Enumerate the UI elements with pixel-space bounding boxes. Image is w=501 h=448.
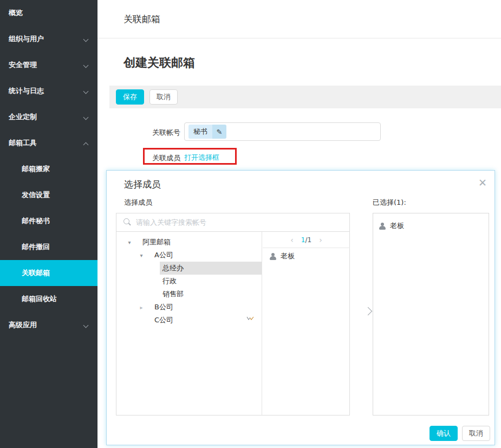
sidebar-subitem-send-settings[interactable]: 发信设置 xyxy=(0,182,97,208)
member-picker-modal: 选择成员 ✕ 选择成员 已选择(1): ▾阿里邮箱 ▾A公司 总经办 行政 xyxy=(106,170,495,445)
selected-count-label: 已选择(1): xyxy=(373,198,406,207)
chevron-down-icon xyxy=(83,89,89,94)
selected-member-name: 老板 xyxy=(390,221,404,231)
sidebar-item-mailbox-tools[interactable]: 邮箱工具 xyxy=(0,130,97,156)
selected-members-panel: 老板 xyxy=(373,213,489,415)
sidebar-item-label: 安全管理 xyxy=(9,61,37,69)
person-icon xyxy=(269,253,276,260)
page-indicator: 1/1 xyxy=(301,236,311,244)
picker-label: 选择成员 xyxy=(124,198,152,207)
sidebar-subitem-mailbox-migration[interactable]: 邮箱搬家 xyxy=(0,156,97,182)
account-tag: 秘书 ✎ xyxy=(188,125,226,139)
sidebar-item-label: 统计与日志 xyxy=(9,87,44,95)
tree-node-label: C公司 xyxy=(154,316,173,324)
chevron-down-icon xyxy=(83,37,89,42)
sidebar-item-label: 邮件秘书 xyxy=(22,217,50,225)
transfer-right-icon[interactable] xyxy=(364,307,373,316)
sidebar-item-advanced-apps[interactable]: 高级应用 xyxy=(0,312,97,338)
chevron-down-icon xyxy=(83,323,89,328)
sidebar-subitem-mail-secretary[interactable]: 邮件秘书 xyxy=(0,208,97,234)
account-tag-label: 秘书 xyxy=(188,125,212,139)
account-field-label: 关联帐号 xyxy=(123,128,180,138)
account-input[interactable]: 秘书 ✎ xyxy=(184,122,381,141)
sidebar: 概览 组织与用户 安全管理 统计与日志 企业定制 邮箱工具 邮箱搬家 发信设置 xyxy=(0,0,97,448)
next-page-icon[interactable]: › xyxy=(319,236,322,244)
sidebar-item-label: 邮箱搬家 xyxy=(22,165,50,173)
sidebar-item-label: 企业定制 xyxy=(9,113,37,121)
sidebar-item-label: 概览 xyxy=(9,9,23,17)
red-annotation-box xyxy=(143,148,237,165)
sidebar-item-label: 发信设置 xyxy=(22,191,50,199)
modal-title: 选择成员 xyxy=(124,178,161,191)
modal-actions: 确认 取消 xyxy=(430,426,490,441)
sidebar-item-label: 邮箱工具 xyxy=(9,139,37,147)
sidebar-item-enterprise-custom[interactable]: 企业定制 xyxy=(0,104,97,130)
member-pagination: ‹ 1/1 › xyxy=(263,232,350,248)
page-header: 关联邮箱 xyxy=(97,0,501,38)
tree-node-label: A公司 xyxy=(154,251,173,259)
member-list-panel: ‹ 1/1 › 老板 xyxy=(263,232,350,415)
tree-node-sales[interactable]: 销售部 xyxy=(116,288,262,301)
prev-page-icon[interactable]: ‹ xyxy=(290,236,294,244)
sidebar-subitem-associated-mailbox[interactable]: 关联邮箱 xyxy=(0,260,97,286)
chevron-up-icon xyxy=(83,142,89,148)
member-name: 老板 xyxy=(281,251,295,261)
person-icon xyxy=(379,223,386,230)
sidebar-item-org-users[interactable]: 组织与用户 xyxy=(0,26,97,52)
sidebar-item-label: 组织与用户 xyxy=(9,35,44,43)
tree-node-label: 阿里邮箱 xyxy=(142,238,171,246)
form-toolbar: 保存 取消 xyxy=(109,86,501,108)
member-list-item[interactable]: 老板 xyxy=(263,248,350,264)
confirm-button[interactable]: 确认 xyxy=(430,426,458,441)
edit-pencil-icon[interactable]: ✎ xyxy=(212,125,226,139)
org-tree: ▾阿里邮箱 ▾A公司 总经办 行政 销售部 ▸B公司 C公司 xyxy=(116,232,262,415)
org-tree-panel: ▾阿里邮箱 ▾A公司 总经办 行政 销售部 ▸B公司 C公司 xyxy=(116,232,350,415)
modal-cancel-button[interactable]: 取消 xyxy=(462,426,490,441)
cancel-button[interactable]: 取消 xyxy=(149,89,178,105)
tree-node-label: 销售部 xyxy=(162,290,184,298)
cursor-artifact-icon xyxy=(246,316,254,321)
sidebar-item-label: 高级应用 xyxy=(9,321,37,329)
total-pages: /1 xyxy=(305,236,311,244)
tree-node-company-b[interactable]: ▸B公司 xyxy=(116,301,262,314)
tree-node-label: 行政 xyxy=(162,277,177,285)
close-icon[interactable]: ✕ xyxy=(476,176,489,189)
tree-node-label: B公司 xyxy=(154,303,173,311)
sidebar-item-label: 邮箱回收站 xyxy=(22,295,57,303)
sidebar-item-label: 邮件撤回 xyxy=(22,243,50,251)
save-button[interactable]: 保存 xyxy=(116,89,144,105)
tree-node-admin[interactable]: 行政 xyxy=(116,275,262,288)
section-title: 创建关联邮箱 xyxy=(123,55,195,71)
app-window: 概览 组织与用户 安全管理 统计与日志 企业定制 邮箱工具 邮箱搬家 发信设置 xyxy=(0,0,501,448)
sidebar-item-security[interactable]: 安全管理 xyxy=(0,52,97,78)
search-icon xyxy=(123,218,132,226)
sidebar-subitem-mailbox-recycle[interactable]: 邮箱回收站 xyxy=(0,286,97,312)
search-input[interactable] xyxy=(136,213,347,231)
tree-node-root[interactable]: ▾阿里邮箱 xyxy=(116,236,262,249)
member-search-box xyxy=(116,213,350,232)
chevron-down-icon xyxy=(83,63,89,68)
tree-node-company-a[interactable]: ▾A公司 xyxy=(116,249,262,262)
sidebar-item-overview[interactable]: 概览 xyxy=(0,0,97,26)
tree-node-company-c[interactable]: C公司 xyxy=(116,314,262,327)
caret-right-icon[interactable]: ▸ xyxy=(139,301,144,314)
sidebar-item-label: 关联邮箱 xyxy=(22,269,50,277)
page-title: 关联邮箱 xyxy=(123,0,160,38)
sidebar-item-stats-logs[interactable]: 统计与日志 xyxy=(0,78,97,104)
caret-down-icon[interactable]: ▾ xyxy=(139,249,144,262)
sidebar-subitem-mail-recall[interactable]: 邮件撤回 xyxy=(0,234,97,260)
selected-member-item[interactable]: 老板 xyxy=(373,218,489,234)
caret-down-icon[interactable]: ▾ xyxy=(127,236,132,249)
tree-node-label: 总经办 xyxy=(162,264,184,272)
chevron-down-icon xyxy=(83,115,89,120)
tree-node-general-office[interactable]: 总经办 xyxy=(160,262,262,275)
